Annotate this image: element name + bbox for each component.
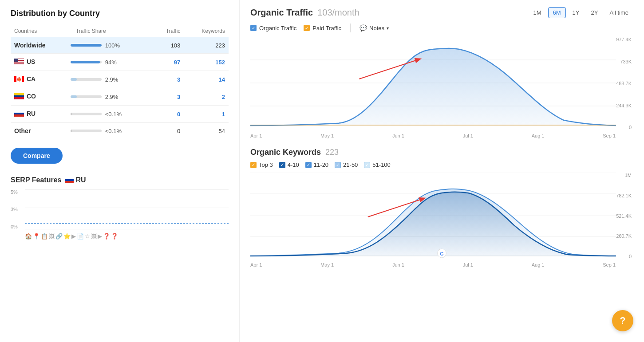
keywords-value: 152 [184,54,229,71]
serp-chart: 5% 3% 0% [11,189,229,229]
traffic-share-cell: <0.1% [67,106,152,123]
svg-rect-13 [14,93,24,95]
svg-rect-20 [65,179,74,181]
serp-icon-image2: 🖼 [91,233,97,240]
country-name: Other [11,123,67,139]
serp-y-axis: 5% 3% 0% [11,189,18,229]
country-name: Worldwide [11,37,67,54]
time-btn-1m[interactable]: 1M [528,7,546,18]
col-keywords: Keywords [184,25,229,37]
keywords-title: Organic Keywords [250,148,321,157]
svg-rect-15 [14,97,24,99]
paid-traffic-label: Paid Traffic [312,25,341,31]
country-name: US [11,54,67,71]
notes-icon: 💬 [360,24,367,31]
traffic-share-cell: 2.9% [67,71,152,88]
country-name: 🍁CA [11,71,67,88]
serp-icon-pin: 📍 [33,233,40,240]
kw-21-50-label: 21-50 [343,161,358,168]
table-row: Worldwide100%103223 [11,37,229,54]
kw-4-10-check-icon: ✓ [279,162,285,168]
serp-line [25,221,229,228]
help-button[interactable]: ? [612,310,633,331]
svg-rect-21 [65,181,74,183]
serp-title: SERP Features RU [11,176,229,184]
notes-chevron-icon: ▾ [387,26,389,31]
kw-top3-label: Top 3 [259,161,273,168]
kw-11-20-label: 11-20 [314,161,328,168]
kw-top3-check-icon: ✓ [250,162,257,168]
serp-gridline-mid [25,208,229,208]
kw-51-100-legend[interactable]: ✓ 51-100 [364,161,390,168]
kw-51-100-check-icon: ✓ [364,162,370,168]
serp-features-section: SERP Features RU 5% 3% 0% [11,176,229,240]
traffic-share-cell: <0.1% [67,123,152,139]
organic-traffic-legend[interactable]: ✓ Organic Traffic [250,25,296,31]
organic-check-icon: ✓ [250,25,257,31]
serp-icon-image: 🖼 [49,233,55,240]
serp-icon-doc: 📄 [77,233,84,240]
traffic-y-axis: 977.4K 733K 488.7K 244.3K 0 [616,37,633,130]
left-panel: Distribution by Country Countries Traffi… [0,0,240,342]
time-btn-1y[interactable]: 1Y [568,7,585,18]
svg-text:G: G [440,251,443,256]
table-row: US94%97152 [11,54,229,71]
svg-rect-19 [65,177,74,179]
svg-rect-16 [14,110,24,113]
svg-rect-18 [14,114,24,117]
keywords-legend-row: ✓ Top 3 ✓ 4-10 ✓ 11-20 ✓ 21-50 ✓ 51-100 [250,161,633,168]
keywords-value: 2 [184,88,229,106]
keywords-value: 223 [184,37,229,54]
serp-icon-link: 🔗 [55,233,63,240]
col-countries: Countries [11,25,67,37]
kw-11-20-legend[interactable]: ✓ 11-20 [305,161,328,168]
svg-rect-7 [14,64,24,65]
organic-traffic-header: Organic Traffic 103/month 1M 6M 1Y 2Y Al… [250,7,633,18]
svg-rect-10 [22,76,24,82]
svg-rect-5 [14,63,24,63]
organic-traffic-chart: 977.4K 733K 488.7K 244.3K 0 Apr 1 May 1 … [250,37,633,139]
table-row: Other<0.1%054 [11,123,229,139]
kw-51-100-label: 51-100 [372,161,390,168]
svg-rect-8 [14,59,18,62]
keywords-chart-svg: G [250,173,633,259]
traffic-value: 0 [152,123,184,139]
time-controls: 1M 6M 1Y 2Y All time [528,7,633,18]
serp-gridline-top [25,189,229,190]
compare-button[interactable]: Compare [11,148,63,164]
keywords-value: 1 [184,106,229,123]
paid-traffic-legend[interactable]: ✓ Paid Traffic [304,25,341,31]
notes-label: Notes [369,25,384,31]
serp-icon-list: 📋 [41,233,48,240]
keywords-x-axis: Apr 1 May 1 Jun 1 Jul 1 Aug 1 Sep 1 [250,262,633,267]
serp-icon-star: ⭐ [63,233,71,240]
serp-icons-row: 🏠 📍 📋 🖼 🔗 ⭐ ▶ 📄 ☆ 🖼 ▶ ❓ ❓ [25,233,229,240]
table-row: 🍁CA2.9%314 [11,71,229,88]
keywords-value: 14 [184,71,229,88]
kw-4-10-legend[interactable]: ✓ 4-10 [279,161,299,168]
traffic-share-cell: 2.9% [67,88,152,106]
notes-button[interactable]: 💬 Notes ▾ [360,24,389,31]
organic-traffic-title: Organic Traffic [250,8,313,18]
keywords-count: 223 [325,148,339,157]
time-btn-alltime[interactable]: All time [604,7,633,18]
time-btn-2y[interactable]: 2Y [586,7,603,18]
keywords-y-axis: 1M 782.1K 521.4K 260.7K 0 [616,173,633,259]
traffic-value: 0 [152,106,184,123]
traffic-value: 3 [152,88,184,106]
serp-icon-q1: ❓ [103,233,110,240]
time-btn-6m[interactable]: 6M [548,7,566,18]
paid-check-icon: ✓ [304,25,310,31]
kw-21-50-check-icon: ✓ [335,162,341,168]
country-table: Countries Traffic Share Traffic Keywords… [11,25,229,139]
kw-4-10-label: 4-10 [288,161,299,168]
kw-top3-legend[interactable]: ✓ Top 3 [250,161,273,168]
legend-divider [350,24,351,32]
traffic-value: 97 [152,54,184,71]
table-row: RU<0.1%01 [11,106,229,123]
distribution-title: Distribution by Country [11,9,229,18]
organic-traffic-count: 103/month [317,8,360,18]
right-panel: Organic Traffic 103/month 1M 6M 1Y 2Y Al… [240,0,644,342]
kw-21-50-legend[interactable]: ✓ 21-50 [335,161,358,168]
traffic-title-area: Organic Traffic 103/month [250,8,360,18]
